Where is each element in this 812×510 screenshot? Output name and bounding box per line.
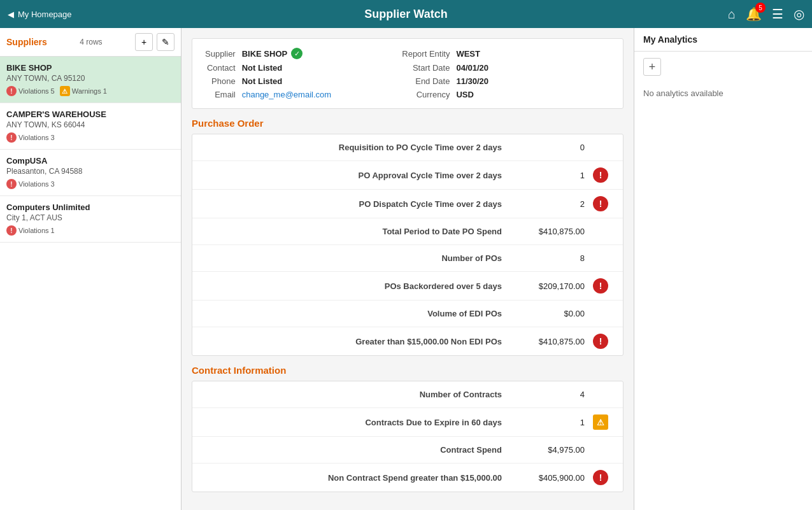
metric-row-2: Contract Spend $4,975.00 [192,437,623,464]
email-value[interactable]: change_me@email.com [242,90,396,99]
metric-value: 0 [521,143,585,152]
currency-value: USD [456,90,610,99]
back-button[interactable]: ◀ My Homepage [8,10,72,19]
back-arrow-icon: ◀ [8,10,14,19]
metric-value: $209,170.00 [521,281,585,291]
metric-flag: ⚠ [591,414,610,430]
contact-value: Not Listed [242,63,396,73]
edit-supplier-button[interactable]: ✎ [157,33,175,51]
main-layout: Suppliers 4 rows + ✎ BIKE SHOP ANY TOWN,… [0,28,812,510]
violation-icon: ! [6,132,17,143]
verified-icon: ✓ [291,48,303,59]
metric-flag: ! [591,470,610,485]
metric-value: 1 [521,418,585,427]
metric-value: $4,975.00 [521,445,585,455]
supplier-name: BIKE SHOP [6,63,175,73]
purchase-order-title: Purchase Order [192,118,623,129]
supplier-badges: ! Violations 3 [6,132,175,143]
sidebar-supplier-item-1[interactable]: CAMPER'S WAREHOUSE ANY TOWN, KS 66044 ! … [0,103,181,150]
metric-row-3: Non Contract Spend greater than $15,000.… [192,464,623,492]
violation-flag-icon[interactable]: ! [593,334,608,349]
supplier-badges: ! Violations 1 [6,225,175,236]
supplier-address: ANY TOWN, KS 66044 [6,120,175,129]
top-nav: ◀ My Homepage Supplier Watch ⌂ 🔔 5 ☰ ◎ [0,0,812,28]
home-icon[interactable]: ⌂ [728,7,736,22]
supplier-name: CompUSA [6,156,175,166]
supplier-address: ANY TOWN, CA 95120 [6,74,175,83]
contact-label: Contact [205,63,236,73]
metric-row-0: Number of Contracts 4 [192,381,623,408]
metric-label: Total Period to Date PO Spend [205,227,521,236]
violation-flag-icon[interactable]: ! [593,278,608,294]
phone-label: Phone [205,76,236,86]
metric-label: PO Dispatch Cycle Time over 2 days [205,199,521,209]
metric-row-2: PO Dispatch Cycle Time over 2 days 2 ! [192,190,623,218]
metric-label: Requisition to PO Cycle Time over 2 days [205,143,521,152]
metric-value: 4 [521,390,585,399]
report-entity-value: WEST [456,49,610,59]
menu-icon[interactable]: ☰ [772,6,783,22]
metric-label: Number of Contracts [205,390,521,399]
detail-grid: Supplier BIKE SHOP ✓ Report Entity WEST … [205,48,610,99]
supplier-name-cell: BIKE SHOP ✓ [242,48,396,59]
end-date-value: 11/30/20 [456,76,610,86]
sidebar-title: Suppliers [6,37,47,47]
metric-value: 2 [521,199,585,209]
sidebar-header: Suppliers 4 rows + ✎ [0,28,181,57]
currency-label: Currency [402,90,450,99]
supplier-label: Supplier [205,49,236,59]
violation-flag-icon[interactable]: ! [593,167,608,183]
violation-flag-icon[interactable]: ! [593,196,608,211]
start-date-value: 04/01/20 [456,63,610,73]
metric-row-5: POs Backordered over 5 days $209,170.00 … [192,272,623,301]
supplier-address: City 1, ACT AUS [6,213,175,222]
sidebar-supplier-item-3[interactable]: Computers Unlimited City 1, ACT AUS ! Vi… [0,196,181,243]
violation-icon: ! [6,179,17,189]
warnings-badge: ⚠ Warnings 1 [60,86,107,96]
analytics-empty-label: No analytics available [634,82,812,104]
sidebar: Suppliers 4 rows + ✎ BIKE SHOP ANY TOWN,… [0,28,182,510]
sidebar-supplier-item-2[interactable]: CompUSA Pleasanton, CA 94588 ! Violation… [0,150,181,196]
contract-info-section: Contract Information Number of Contracts… [192,365,623,492]
supplier-badges: ! Violations 5⚠ Warnings 1 [6,86,175,96]
supplier-value: BIKE SHOP [242,49,288,59]
notification-icon[interactable]: 🔔 5 [746,6,762,22]
metric-row-4: Number of POs 8 [192,245,623,272]
contract-info-card: Number of Contracts 4 Contracts Due to E… [192,381,623,492]
violation-flag-icon[interactable]: ! [593,470,608,485]
notification-badge: 5 [755,3,766,13]
violations-badge: ! Violations 5 [6,86,55,96]
analytics-panel: My Analytics + No analytics available [634,28,812,510]
purchase-order-card: Requisition to PO Cycle Time over 2 days… [192,134,623,356]
supplier-address: Pleasanton, CA 94588 [6,167,175,176]
violation-icon: ! [6,225,17,236]
metric-label: Contract Spend [205,445,521,455]
sidebar-rows: 4 rows [80,38,102,46]
sidebar-supplier-item-0[interactable]: BIKE SHOP ANY TOWN, CA 95120 ! Violation… [0,57,181,103]
metric-value: 1 [521,171,585,180]
metric-label: Number of POs [205,253,521,263]
metric-label: PO Approval Cycle Time over 2 days [205,171,521,180]
metric-label: Contracts Due to Expire in 60 days [205,418,521,427]
supplier-list: BIKE SHOP ANY TOWN, CA 95120 ! Violation… [0,57,181,243]
analytics-add-button[interactable]: + [643,58,661,76]
metric-value: $410,875.00 [521,227,585,236]
metric-row-3: Total Period to Date PO Spend $410,875.0… [192,218,623,245]
violations-badge: ! Violations 3 [6,132,55,143]
start-date-label: Start Date [402,63,450,73]
supplier-detail-card: Supplier BIKE SHOP ✓ Report Entity WEST … [192,38,623,109]
metric-row-1: Contracts Due to Expire in 60 days 1 ⚠ [192,408,623,437]
violation-icon: ! [6,86,17,96]
end-date-label: End Date [402,76,450,86]
warning-flag-icon[interactable]: ⚠ [593,414,608,430]
metric-flag: ! [591,334,610,349]
compass-icon[interactable]: ◎ [794,6,804,22]
violations-badge: ! Violations 1 [6,225,55,236]
metric-row-7: Greater than $15,000.00 Non EDI POs $410… [192,327,623,355]
metric-flag: ! [591,196,610,211]
supplier-name: Computers Unlimited [6,202,175,212]
metric-flag: ! [591,167,610,183]
add-supplier-button[interactable]: + [135,33,153,51]
metric-label: Non Contract Spend greater than $15,000.… [205,473,521,483]
nav-actions: ⌂ 🔔 5 ☰ ◎ [728,6,804,22]
